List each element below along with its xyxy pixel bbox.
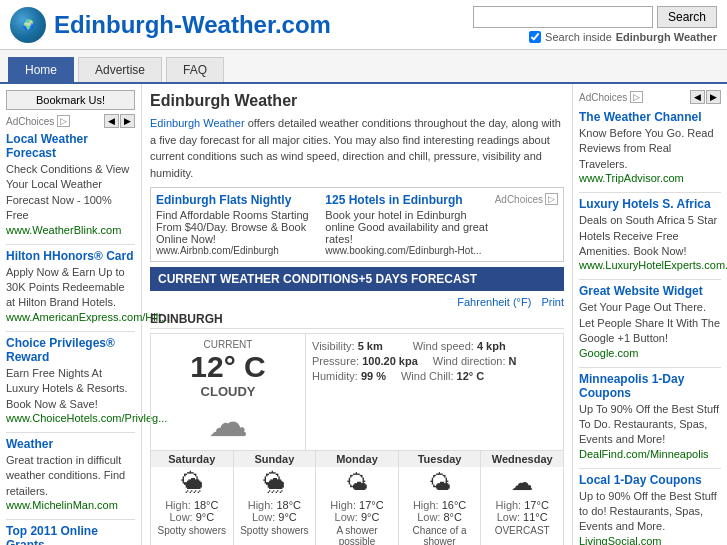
adchoices-next-left[interactable]: ▶ <box>120 114 135 128</box>
adchoices-bar-left: AdChoices ▷ ◀ ▶ <box>6 114 135 128</box>
tab-advertise[interactable]: Advertise <box>78 57 162 82</box>
fahrenheit-link[interactable]: Fahrenheit (°F) <box>457 296 531 308</box>
right-ad-5: Local 1-Day Coupons Up to 90% Off the Be… <box>579 473 721 545</box>
right-ad-2-link[interactable]: www.LuxuryHotelExperts.com.... <box>579 259 721 271</box>
edinburgh-day-4-icon: 🌤 <box>402 470 478 496</box>
edinburgh-day-4-high: High: 16°C <box>402 499 478 511</box>
left-ad-1-title[interactable]: Local Weather Forecast <box>6 132 135 160</box>
edinburgh-day-4-desc: Chance of a shower <box>402 525 478 545</box>
search-inside-label: Search inside <box>545 31 612 43</box>
edinburgh-day-2: Sunday 🌦 High: 18°C Low: 9°C Spotty show… <box>234 451 317 545</box>
weather-bar: CURRENT WEATHER CONDITIONS+5 DAYS FORECA… <box>150 267 564 291</box>
edinburgh-details-box: Visibility: 5 km Wind speed: 4 kph Press… <box>306 334 563 450</box>
left-ad-5: Top 2011 Online Grants Grant Funding May… <box>6 524 135 545</box>
left-ad-5-title[interactable]: Top 2011 Online Grants <box>6 524 135 545</box>
tab-home[interactable]: Home <box>8 57 74 82</box>
right-ad-1-title[interactable]: The Weather Channel <box>579 110 721 124</box>
left-ad-4-link[interactable]: www.MichelinMan.com <box>6 499 135 511</box>
right-divider-2 <box>579 279 721 280</box>
left-ad-2-text: Apply Now & Earn Up to 30K Points Redeem… <box>6 265 135 311</box>
adchoices-prev-right[interactable]: ◀ <box>690 90 705 104</box>
adchoices-text-small: AdChoices <box>495 194 543 205</box>
edinburgh-day-3-icon: 🌤 <box>319 470 395 496</box>
left-ad-2-link[interactable]: www.AmericanExpress.com/Hilt... <box>6 311 135 323</box>
edinburgh-day-3-name: Monday <box>316 451 398 467</box>
nav: Home Advertise FAQ <box>0 50 727 84</box>
left-ad-3-title[interactable]: Choice Privileges® Reward <box>6 336 135 364</box>
ad-item-1-text: Find Affordable Rooms Starting From $40/… <box>156 209 319 245</box>
edinburgh-day-2-desc: Spotty showers <box>237 525 313 536</box>
divider-2 <box>6 331 135 332</box>
right-ad-1: The Weather Channel Know Before You Go. … <box>579 110 721 184</box>
right-ad-1-link[interactable]: www.TripAdvisor.com <box>579 172 721 184</box>
search-inside-checkbox[interactable] <box>529 31 541 43</box>
print-link[interactable]: Print <box>541 296 564 308</box>
adchoices-icon-left: ▷ <box>57 115 70 127</box>
main: Bookmark Us! AdChoices ▷ ◀ ▶ Local Weath… <box>0 84 727 545</box>
tab-faq[interactable]: FAQ <box>166 57 224 82</box>
search-input[interactable] <box>473 6 653 28</box>
edinburgh-day-1-high: High: 18°C <box>154 499 230 511</box>
intro-text: Edinburgh Weather offers detailed weathe… <box>150 115 564 181</box>
edinburgh-day-1-name: Saturday <box>151 451 233 467</box>
ad-item-1-title[interactable]: Edinburgh Flats Nightly <box>156 193 319 207</box>
ad-item-2-text: Book your hotel in Edinburgh online Good… <box>325 209 488 245</box>
site-title[interactable]: Edinburgh-Weather.com <box>54 11 331 39</box>
left-ad-2-title[interactable]: Hilton HHonors® Card <box>6 249 135 263</box>
left-sidebar: Bookmark Us! AdChoices ▷ ◀ ▶ Local Weath… <box>0 84 142 545</box>
header: 🌍 Edinburgh-Weather.com Search Search in… <box>0 0 727 50</box>
edinburgh-day-1-icon: 🌦 <box>154 470 230 496</box>
left-ad-1-link[interactable]: www.WeatherBlink.com <box>6 224 135 236</box>
left-ad-3: Choice Privileges® Reward Earn Free Nigh… <box>6 336 135 424</box>
left-ad-3-link[interactable]: www.ChoiceHotels.com/Privleg... <box>6 412 135 424</box>
edinburgh-visibility: Visibility: 5 km <box>312 340 383 352</box>
right-ad-5-link[interactable]: LivingSocial.com <box>579 535 721 545</box>
right-ad-5-title[interactable]: Local 1-Day Coupons <box>579 473 721 487</box>
right-ad-3-link[interactable]: Google.com <box>579 347 721 359</box>
ad-banner: Edinburgh Flats Nightly Find Affordable … <box>150 187 564 262</box>
right-divider-3 <box>579 367 721 368</box>
free-nights-label: Free Nights <box>32 367 89 379</box>
ad-item-2-link[interactable]: www.booking.com/Edinburgh-Hot... <box>325 245 488 256</box>
edinburgh-icon: ☁ <box>156 399 300 445</box>
search-button[interactable]: Search <box>657 6 717 28</box>
ad-item-1: Edinburgh Flats Nightly Find Affordable … <box>156 193 319 256</box>
right-divider-4 <box>579 468 721 469</box>
adchoices-prev-left[interactable]: ◀ <box>104 114 119 128</box>
edinburgh-pressure: Pressure: 100.20 kpa <box>312 355 418 367</box>
right-ad-1-text: Know Before You Go. Read Reviews from Re… <box>579 126 721 172</box>
edinburgh-day-1: Saturday 🌦 High: 18°C Low: 9°C Spotty sh… <box>151 451 234 545</box>
ad-item-2-title[interactable]: 125 Hotels in Edinburgh <box>325 193 488 207</box>
ad-item-1-link[interactable]: www.Airbnb.com/Edinburgh <box>156 245 319 256</box>
right-ad-2: Luxury Hotels S. Africa Deals on South A… <box>579 197 721 271</box>
edinburgh-day-2-name: Sunday <box>234 451 316 467</box>
right-divider-1 <box>579 192 721 193</box>
adchoices-next-right[interactable]: ▶ <box>706 90 721 104</box>
search-row: Search <box>473 6 717 28</box>
header-left: 🌍 Edinburgh-Weather.com <box>10 7 331 43</box>
search-inside-site: Edinburgh Weather <box>616 31 717 43</box>
left-ad-4-title[interactable]: Weather <box>6 437 135 451</box>
right-ad-3: Great Website Widget Get Your Page Out T… <box>579 284 721 358</box>
edinburgh-header: EDINBURGH <box>150 312 564 329</box>
edinburgh-wind-direction: Wind direction: N <box>433 355 517 367</box>
right-ad-3-title[interactable]: Great Website Widget <box>579 284 721 298</box>
edinburgh-conditions: CURRENT 12° C CLOUDY ☁ Visibility: 5 km … <box>150 333 564 451</box>
forecast-links: Fahrenheit (°F) Print <box>150 296 564 308</box>
edinburgh-day-5-name: Wednesday <box>481 451 563 467</box>
edinburgh-day-2-high: High: 18°C <box>237 499 313 511</box>
left-ad-1-text: Check Conditions & View Your Local Weath… <box>6 162 135 224</box>
page-title: Edinburgh Weather <box>150 92 564 110</box>
edinburgh-day-3-desc: A shower possible <box>319 525 395 545</box>
divider-4 <box>6 519 135 520</box>
right-ad-4-title[interactable]: Minneapolis 1-Day Coupons <box>579 372 721 400</box>
edinburgh-day-1-low: Low: 9°C <box>154 511 230 523</box>
edinburgh-day-4: Tuesday 🌤 High: 16°C Low: 8°C Chance of … <box>399 451 482 545</box>
bookmark-button[interactable]: Bookmark Us! <box>6 90 135 110</box>
edinburgh-day-5: Wednesday ☁ High: 17°C Low: 11°C OVERCAS… <box>481 451 563 545</box>
left-ad-2: Hilton HHonors® Card Apply Now & Earn Up… <box>6 249 135 323</box>
right-ad-4-link[interactable]: DealFind.com/Minneapolis <box>579 448 721 460</box>
ad-item-2: 125 Hotels in Edinburgh Book your hotel … <box>325 193 488 256</box>
right-ad-2-title[interactable]: Luxury Hotels S. Africa <box>579 197 721 211</box>
intro-link[interactable]: Edinburgh Weather <box>150 117 245 129</box>
